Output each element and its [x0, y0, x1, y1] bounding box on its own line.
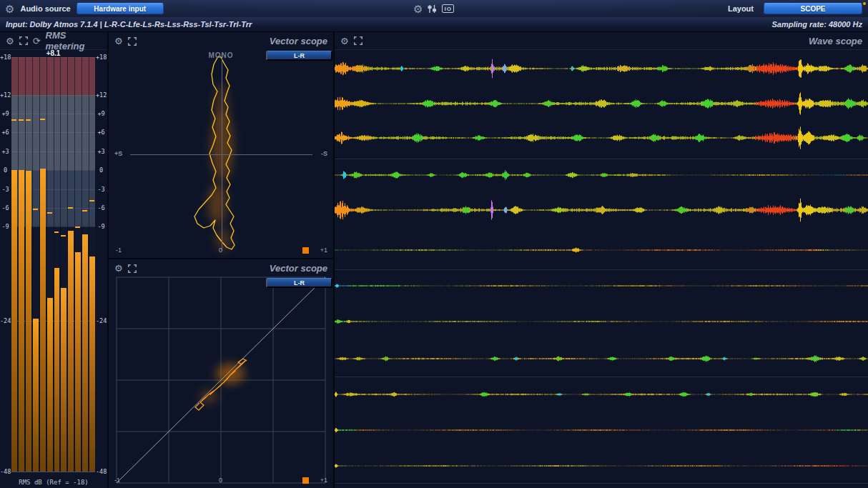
hardware-input-button[interactable]: Hardware input	[77, 3, 164, 14]
rms-scale-tick: +12	[0, 91, 11, 99]
rms-scale-tick: +3	[96, 148, 107, 155]
wave-fullscreen-icon[interactable]	[354, 36, 363, 45]
status-dot	[863, 2, 866, 5]
rms-scale-tick: -3	[0, 186, 11, 193]
wave-scope-panel: ⚙ Wave scope	[335, 32, 868, 488]
vector1-settings-gear-icon[interactable]: ⚙	[114, 36, 123, 46]
rms-scale-right: +18+12+9+6+30-3-6-9-24-48	[96, 57, 107, 472]
info-bar: Input: Dolby Atmos 7.1.4 | L-R-C-Lfe-Ls-…	[0, 17, 868, 32]
rms-scale-tick: 0	[0, 166, 11, 174]
vector2-mode-button[interactable]: L-R	[266, 278, 332, 288]
rms-bar-L	[11, 57, 17, 472]
vector2-xlabel-max: +1	[320, 477, 327, 484]
rms-axis-label: RMS dB (Ref = -18)	[0, 479, 107, 486]
rms-scale-tick: -24	[96, 317, 107, 324]
layout-label: Layout	[728, 4, 754, 13]
vector1-panel-title: Vector scope	[270, 36, 327, 46]
rms-bars	[11, 57, 95, 472]
wave-panel-title: Wave scope	[809, 36, 862, 46]
rms-scale-left: +18+12+9+6+30-3-6-9-24-48	[0, 57, 11, 472]
rms-scale-tick: -3	[96, 186, 107, 193]
vector-scope-2-panel: -1 0 +1 L-R ⚙ Vector scope	[109, 259, 333, 488]
rms-bar-C	[25, 57, 31, 472]
vector1-display	[109, 32, 333, 258]
rms-scale-tick: -48	[0, 468, 11, 475]
rms-bar-Rs	[46, 57, 53, 472]
vector1-xlabel-max: +1	[320, 247, 327, 254]
rms-scale-tick: +6	[96, 129, 107, 136]
rms-max-value: +8.1	[11, 49, 95, 57]
rms-bar-R	[18, 57, 24, 472]
rms-reset-icon[interactable]: ⟳	[33, 36, 41, 46]
vector-scope-1-panel: MONO +S -S -1 0 +1 L-R ⚙ Vector scope	[109, 32, 333, 258]
vector2-fullscreen-icon[interactable]	[128, 264, 137, 273]
rms-panel-header: ⚙ ⟳ RMS metering	[0, 32, 107, 50]
rms-bar-Tsr	[74, 57, 81, 472]
rms-bar-Rss	[60, 57, 66, 472]
rms-scale-tick: +18	[96, 54, 107, 61]
vector1-xlabel-min: -1	[116, 247, 122, 254]
rms-scale-tick: +9	[96, 110, 107, 117]
rms-scale-tick: +3	[0, 148, 11, 155]
vector1-mode-button[interactable]: L-R	[266, 51, 332, 61]
vector1-fullscreen-icon[interactable]	[128, 37, 137, 46]
rms-settings-gear-icon[interactable]: ⚙	[6, 36, 14, 46]
global-settings-gear-icon[interactable]: ⚙	[413, 4, 423, 14]
rms-scale-tick: -9	[0, 223, 11, 230]
wave-panel-header: ⚙ Wave scope	[335, 32, 868, 50]
rms-bar-Lss	[54, 57, 60, 472]
vector1-panel-header: ⚙ Vector scope	[109, 32, 333, 50]
rms-scale-tick: +12	[96, 91, 107, 99]
rms-bar-Tsl	[67, 57, 74, 472]
io-routing-icon[interactable]: IO	[442, 4, 453, 13]
rms-bar-Ls	[39, 57, 46, 472]
rms-scale-tick: -48	[96, 468, 107, 475]
vector2-trace-group	[195, 359, 247, 410]
vector2-level-indicator	[302, 477, 309, 484]
vector1-vertical-axis	[222, 54, 222, 251]
vector1-level-indicator	[302, 247, 309, 254]
rms-fullscreen-icon[interactable]	[19, 36, 28, 45]
mixer-sliders-icon[interactable]	[428, 4, 437, 14]
rms-bar-Lfe	[32, 57, 39, 472]
wave-settings-gear-icon[interactable]: ⚙	[340, 36, 349, 46]
rms-scale-tick: -6	[0, 204, 11, 211]
vector2-panel-title: Vector scope	[270, 263, 327, 274]
audio-source-label: Audio source	[20, 4, 70, 13]
wave-display	[335, 50, 868, 488]
rms-scale-tick: -6	[96, 204, 107, 211]
rms-metering-panel: ⚙ ⟳ RMS metering +8.1 +18+12+9+6+30-3-6-…	[0, 32, 107, 488]
sampling-rate-text: Sampling rate: 48000 Hz	[771, 20, 862, 29]
vector2-display	[109, 259, 333, 488]
input-format-text: Input: Dolby Atmos 7.1.4 | L-R-C-Lfe-Ls-…	[6, 20, 252, 29]
vector2-xlabel-min: -1	[114, 477, 120, 484]
vector2-grid-group	[117, 277, 325, 483]
vector1-xlabel-zero: 0	[219, 247, 222, 254]
rms-scale-tick: +6	[0, 129, 11, 136]
app-window: ⚙ Audio source Hardware input ⚙ IO Layou…	[0, 0, 868, 488]
rms-scale-tick: -9	[96, 223, 107, 230]
minus-s-label: -S	[321, 150, 327, 157]
scope-layout-button[interactable]: SCOPE	[764, 3, 862, 14]
rms-scale-tick: -24	[0, 317, 11, 324]
vector1-trace-group	[194, 56, 235, 251]
rms-scale-tick: +9	[0, 110, 11, 117]
top-toolbar: ⚙ Audio source Hardware input ⚙ IO Layou…	[0, 0, 868, 17]
vector2-panel-header: ⚙ Vector scope	[109, 259, 333, 277]
vector2-xlabel-zero: 0	[219, 477, 222, 484]
plus-s-label: +S	[114, 150, 122, 157]
settings-gear-icon[interactable]: ⚙	[5, 4, 14, 14]
rms-panel-title: RMS metering	[46, 30, 102, 51]
rms-scale-tick: +18	[0, 54, 11, 61]
rms-scale-tick: 0	[96, 166, 107, 174]
vector2-settings-gear-icon[interactable]: ⚙	[114, 264, 123, 273]
rms-bar-Trr	[89, 57, 95, 472]
rms-bar-Trl	[82, 57, 88, 472]
